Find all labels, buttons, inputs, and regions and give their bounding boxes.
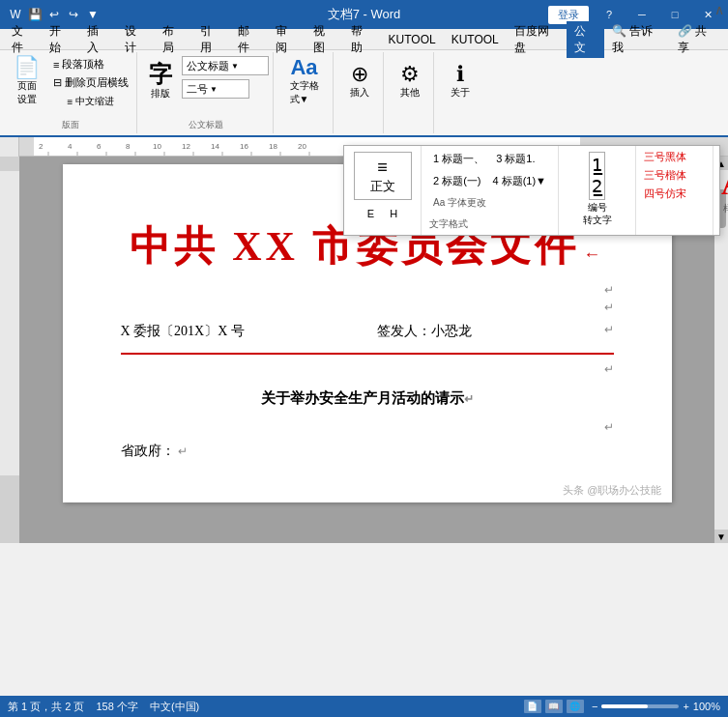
- doc-recipient: 省政府： ↵: [121, 438, 614, 465]
- print-view-button[interactable]: 📄: [524, 700, 541, 713]
- banmian-body: 📄 页面设置 ≡ 段落顶格 ⊟ 删除页眉横线 ≡: [8, 54, 132, 115]
- document-title: 文档7 - Word: [328, 7, 401, 21]
- page-setup-button[interactable]: 📄 页面设置: [8, 54, 45, 108]
- gongwenbiaoti-body: 字 排版 公文标题 ▼ 二号 ▼: [143, 54, 269, 115]
- return-symbol-2: ↵: [604, 283, 614, 297]
- chinese-indent-button[interactable]: ≡ 中文缩进: [49, 93, 132, 110]
- heading-4-item[interactable]: 4 标题(1)▼: [489, 172, 551, 190]
- sanhao-kaiti-item[interactable]: 三号楷体: [644, 168, 705, 183]
- ruler-corner: [0, 137, 19, 157]
- svg-rect-23: [19, 137, 34, 157]
- heading-1-item[interactable]: 1 标题一、: [429, 150, 488, 168]
- ribbon-group-gongwenbiaoti: 字 排版 公文标题 ▼ 二号 ▼ 公文标题: [139, 52, 274, 133]
- return-symbol-4: ↵: [604, 318, 614, 345]
- page-setup-label: 页面设置: [17, 79, 37, 106]
- erh-text: 二号: [187, 82, 208, 97]
- zhengwen-button[interactable]: ≡ 正文: [354, 152, 412, 200]
- ribbon-group-banmian: 📄 页面设置 ≡ 段落顶格 ⊟ 删除页眉横线 ≡: [4, 52, 137, 133]
- language-info: 中文(中国): [150, 700, 199, 714]
- status-right: 📄 📖 🌐 − + 100%: [524, 700, 720, 713]
- heading-section: 1 标题一、 3 标题1. 2 标题(一) 4 标题(1)▼ Aа 字体更改 文…: [422, 146, 558, 235]
- svg-text:12: 12: [182, 142, 190, 151]
- return-symbol-3: ↵: [604, 301, 614, 314]
- bianhao-section: 1̲2̲ 编号转文字: [558, 146, 635, 235]
- svg-text:2: 2: [39, 142, 44, 151]
- insert-label: 插入: [350, 86, 369, 100]
- zhengwen-label: 正文: [370, 178, 395, 195]
- format-popup: ≡ 正文 E H 1 标题一、 3 标题1.: [343, 145, 720, 236]
- menu-baidupan[interactable]: 百度网盘: [507, 21, 567, 58]
- menu-share[interactable]: 🔗 共享: [670, 21, 724, 58]
- format-popup-inner: ≡ 正文 E H 1 标题一、 3 标题1.: [344, 146, 719, 235]
- e-label[interactable]: E: [362, 204, 380, 223]
- zoom-control: − + 100%: [592, 701, 720, 712]
- watermark: 头条 @职场办公技能: [563, 483, 661, 498]
- about-icon: ℹ: [456, 64, 464, 85]
- insert-icon: ⊕: [351, 64, 368, 85]
- para-mark-area-3: ↵: [121, 362, 614, 376]
- read-view-button[interactable]: 📖: [545, 700, 563, 713]
- para-top-icon: ≡: [53, 59, 59, 71]
- charu-label: [339, 129, 379, 131]
- heading-2-item[interactable]: 2 标题(一): [429, 172, 485, 190]
- zoom-fill: [601, 704, 648, 708]
- insert-button[interactable]: ⊕ 插入: [339, 54, 379, 108]
- view-buttons: 📄 📖 🌐: [524, 700, 584, 713]
- big-a-button[interactable]: A: [721, 166, 728, 202]
- title-bar-center: 文档7 - Word: [328, 6, 401, 23]
- ziti-change-item[interactable]: Aа 字体更改: [429, 194, 490, 212]
- gongwenbiaoti-text: 公文标题: [187, 59, 229, 73]
- page-icon: 📄: [14, 57, 40, 78]
- ribbon-group-wenzige: Aa 文字格式▼: [276, 52, 334, 133]
- menu-kutool2[interactable]: KUTOOL: [444, 31, 507, 48]
- erh-caret-icon: ▼: [210, 85, 218, 94]
- return-symbol-7: ↵: [604, 420, 614, 434]
- other-icon: ⚙: [400, 64, 420, 85]
- heading-row-1: 1 标题一、 3 标题1.: [429, 150, 550, 168]
- h-label[interactable]: H: [384, 204, 403, 223]
- zoom-out-button[interactable]: −: [592, 701, 597, 712]
- paiban-label: 排版: [151, 87, 170, 100]
- scroll-down-button[interactable]: ▼: [714, 530, 728, 543]
- remove-header-line-button[interactable]: ⊟ 删除页眉横线: [49, 74, 132, 91]
- dropdown-caret-icon: ▼: [231, 62, 239, 71]
- paiban-button[interactable]: 字 排版: [143, 54, 178, 108]
- heading-3-item[interactable]: 3 标题1.: [492, 150, 539, 168]
- erh-dropdown[interactable]: 二号 ▼: [182, 79, 249, 99]
- para-top-button[interactable]: ≡ 段落顶格: [49, 56, 132, 72]
- signer: 签发人：小恐龙: [377, 318, 472, 345]
- sanhao-heiti-item[interactable]: 三号黑体: [644, 150, 705, 164]
- paiban-icon: 字: [149, 63, 172, 86]
- svg-text:4: 4: [68, 142, 73, 151]
- collapse-ribbon-button[interactable]: ∧: [714, 2, 724, 17]
- web-view-button[interactable]: 🌐: [567, 700, 584, 713]
- remove-line-label: 删除页眉横线: [65, 75, 129, 90]
- sihao-fangsong-item[interactable]: 四号仿宋: [644, 186, 705, 201]
- wenzige-label: [279, 129, 329, 131]
- menu-kutool1[interactable]: KUTOOL: [381, 31, 444, 48]
- ribbon-group-guanyu: ℹ 关于: [436, 52, 484, 133]
- return-symbol-6: ↵: [464, 392, 474, 406]
- heading-row-2: 2 标题(一) 4 标题(1)▼: [429, 172, 550, 190]
- word-count: 158 个字: [96, 700, 137, 714]
- zhengwen-icon: ≡: [377, 158, 388, 178]
- zoom-percent: 100%: [693, 701, 720, 712]
- doc-number: X 委报〔201X〕X 号: [121, 318, 245, 345]
- about-button[interactable]: ℹ 关于: [440, 54, 480, 108]
- doc-red-divider: [121, 353, 614, 355]
- wenzi-format-button[interactable]: Aa 文字格式▼: [279, 54, 329, 108]
- qita-label: [390, 129, 429, 131]
- zoom-bar[interactable]: [601, 704, 679, 708]
- menu-search-icon[interactable]: 🔍 告诉我: [604, 21, 670, 58]
- other-label: 其他: [400, 86, 420, 100]
- bianhao-button[interactable]: 1̲2̲ 编号转文字: [567, 150, 627, 228]
- zoom-in-button[interactable]: +: [683, 701, 688, 712]
- zhengwen-section: ≡ 正文 E H: [344, 146, 422, 235]
- svg-text:8: 8: [126, 142, 131, 151]
- subtitle-text: 关于举办安全生产月活动的请示: [261, 390, 464, 406]
- menu-gongwen[interactable]: 公文: [567, 21, 604, 58]
- page-info: 第 1 页，共 2 页: [8, 700, 84, 714]
- gongwenbiaoti-dropdown[interactable]: 公文标题 ▼: [182, 56, 269, 75]
- big-a-section: A 样式: [713, 146, 728, 235]
- other-button[interactable]: ⚙ 其他: [390, 54, 429, 108]
